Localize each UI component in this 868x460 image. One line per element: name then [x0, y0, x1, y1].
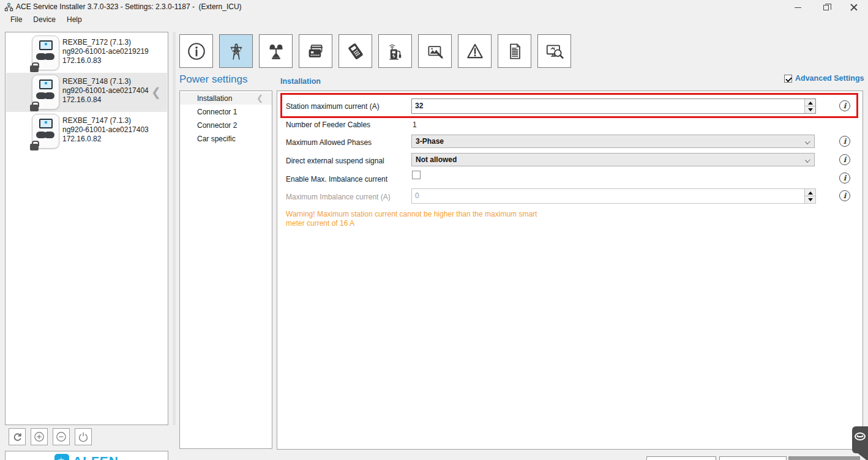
bottom-button-2[interactable] [719, 456, 787, 460]
spinner-control [804, 99, 815, 113]
ace-service-installer-window: { "window": { "title": "ACE Service Inst… [0, 0, 868, 460]
minimize-icon [795, 7, 801, 8]
power-button[interactable] [75, 428, 92, 445]
remote-support-oval [855, 432, 866, 440]
bottom-button-3[interactable] [788, 456, 860, 460]
alfen-logo-icon [54, 454, 69, 460]
toolbar-remote-diagnostics-button[interactable] [537, 34, 571, 68]
spinner-up-icon[interactable] [805, 99, 815, 106]
add-icon [34, 431, 45, 442]
spinner-down-icon[interactable] [805, 106, 815, 113]
max-imbalance-label: Maximum Imbalance current (A) [286, 193, 391, 201]
lock-icon [30, 65, 39, 72]
device-ip: 172.16.0.84 [62, 95, 149, 105]
toolbar-card-reader-button[interactable] [339, 34, 372, 68]
max-imbalance-input: 0 [411, 188, 816, 204]
close-button[interactable] [840, 0, 868, 15]
feeder-cables-label: Number of Feeder Cables [286, 121, 370, 129]
device-ip: 172.16.0.82 [62, 135, 149, 144]
toolbar-warnings-button[interactable] [458, 34, 492, 68]
lock-icon [30, 144, 39, 150]
spinner-down-icon[interactable] [805, 196, 815, 203]
device-info: REXBE_7172 (7.1.3) ng920-61001-ace021921… [62, 38, 149, 65]
bottom-button-1[interactable] [646, 456, 716, 460]
station-max-current-info-icon[interactable] [839, 100, 850, 111]
payment-cards-icon [305, 41, 326, 62]
station-max-current-label: Station maximum current (A) [286, 102, 380, 111]
lock-icon [30, 105, 39, 111]
panel-splitter[interactable] [173, 32, 176, 425]
device-serial: ng920-61001-ace0217403 [62, 125, 149, 135]
logging-icon [504, 41, 525, 62]
device-item-rexbe-7147[interactable]: REXBE_7147 (7.1.3) ng920-61001-ace021740… [6, 112, 167, 151]
toolbar-logging-button[interactable] [498, 34, 531, 68]
app-icon [4, 2, 13, 12]
brand-panel: ALFEN [5, 451, 168, 460]
spinner-up-icon[interactable] [805, 189, 815, 196]
toolbar-display-image-button[interactable] [418, 34, 452, 68]
warning-icon [465, 41, 485, 62]
spinner-control [804, 189, 815, 203]
title-bar: ACE Service Installer 3.7.0-323 - Settin… [0, 0, 868, 13]
enable-imbalance-checkbox[interactable] [412, 171, 421, 179]
station-max-current-input[interactable]: 32 [411, 98, 816, 114]
refresh-button[interactable] [9, 428, 26, 445]
device-name: REXBE_7148 (7.1.3) [62, 77, 149, 86]
remote-diagnostics-icon [544, 41, 565, 62]
advanced-settings-checkbox[interactable] [784, 75, 792, 83]
suspend-signal-select[interactable]: Not allowed [411, 153, 815, 166]
toolbar-info-button[interactable] [179, 34, 213, 68]
chevron-down-icon [805, 139, 810, 144]
enable-imbalance-info-icon[interactable] [839, 172, 850, 184]
device-item-rexbe-7172[interactable]: REXBE_7172 (7.1.3) ng920-61001-ace021921… [6, 34, 167, 73]
selected-nav-chevron-icon [256, 92, 263, 105]
power-icon [78, 431, 89, 442]
nav-item-connector-1[interactable]: Connector 1 [180, 106, 272, 118]
close-icon [850, 4, 858, 11]
nav-item-car-specific[interactable]: Car specific [180, 133, 272, 145]
info-icon [186, 41, 207, 62]
toolbar-payment-cards-button[interactable] [299, 34, 332, 68]
device-item-rexbe-7148[interactable]: REXBE_7148 (7.1.3) ng920-61001-ace021740… [6, 73, 167, 112]
enable-imbalance-label: Enable Max. Imbalance current [286, 175, 387, 184]
charger-button-right [44, 132, 54, 138]
menu-device[interactable]: Device [28, 14, 61, 25]
max-phases-select[interactable]: 3-Phase [411, 135, 815, 148]
charger-button-right [44, 92, 54, 99]
max-phases-value: 3-Phase [416, 137, 444, 146]
page-title: Power settings [179, 73, 248, 86]
device-list-panel: REXBE_7172 (7.1.3) ng920-61001-ace021921… [5, 32, 168, 425]
nav-item-label: Car specific [197, 135, 236, 143]
load-balancing-icon [266, 41, 286, 62]
remote-support-dock-icon[interactable] [852, 426, 868, 453]
max-phases-info-icon[interactable] [839, 136, 850, 147]
charger-button-right [44, 53, 54, 60]
station-max-current-value: 32 [415, 102, 423, 110]
nav-item-label: Installation [197, 94, 232, 103]
toolbar-power-settings-button[interactable] [219, 34, 253, 68]
advanced-settings-toggle[interactable]: Advanced Settings [784, 74, 864, 83]
suspend-signal-info-icon[interactable] [839, 154, 850, 165]
refresh-icon [12, 432, 23, 442]
nav-item-installation[interactable]: Installation [180, 92, 272, 105]
alfen-logo-text: ALFEN [73, 454, 119, 460]
charger-device-icon [32, 114, 59, 149]
toolbar-charging-station-button[interactable] [378, 34, 412, 68]
remote-support-dock-fold [857, 453, 868, 460]
device-info: REXBE_7147 (7.1.3) ng920-61001-ace021740… [62, 116, 149, 144]
device-actions-toolbar [9, 428, 92, 445]
remove-device-button[interactable] [53, 428, 70, 445]
menu-help[interactable]: Help [61, 14, 88, 25]
add-device-button[interactable] [31, 428, 48, 445]
minimize-button[interactable] [784, 0, 812, 15]
settings-nav-panel: Installation Connector 1 Connector 2 Car… [179, 91, 272, 449]
feeder-cables-value: 1 [413, 121, 417, 129]
device-name: REXBE_7172 (7.1.3) [62, 38, 149, 47]
max-imbalance-info-icon[interactable] [839, 190, 850, 201]
toolbar-load-balancing-button[interactable] [259, 34, 293, 68]
menu-file[interactable]: File [5, 14, 28, 25]
nav-item-connector-2[interactable]: Connector 2 [180, 119, 272, 132]
restore-button[interactable] [812, 0, 840, 15]
charger-device-icon [32, 35, 59, 70]
charger-screen [39, 80, 53, 89]
